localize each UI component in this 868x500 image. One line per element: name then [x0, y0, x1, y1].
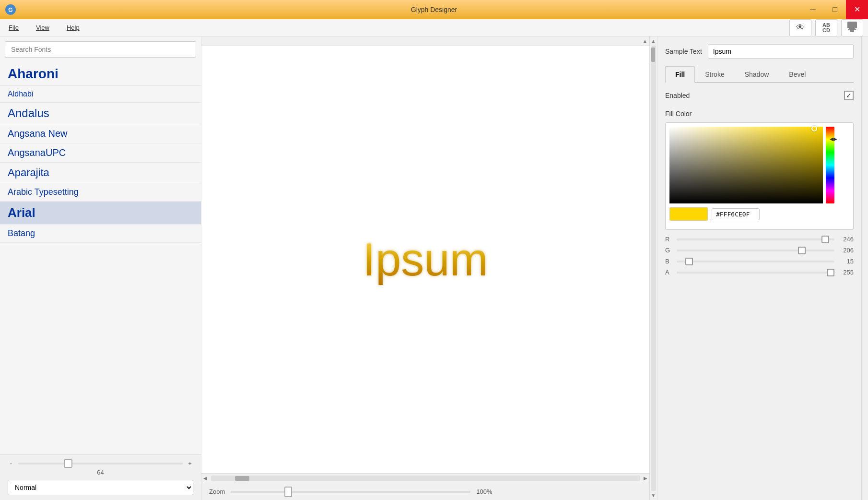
- gradient-cursor: [811, 126, 817, 131]
- canvas-scroll-top: ▲: [201, 36, 649, 46]
- font-size-min-label: -: [8, 460, 14, 467]
- font-name-angsanaupc: AngsanaUPC: [8, 147, 66, 158]
- sample-text-row: Sample Text: [665, 44, 854, 59]
- b-slider[interactable]: [677, 261, 834, 262]
- b-value: 15: [838, 258, 854, 265]
- font-name-arabic-typesetting: Arabic Typesetting: [8, 187, 79, 197]
- ab-cd-icon: ABCD: [822, 23, 830, 33]
- menu-help[interactable]: Help: [63, 22, 83, 33]
- color-hue-bar[interactable]: ◀▶: [826, 127, 834, 203]
- font-size-max-label: +: [187, 460, 193, 467]
- svg-marker-4: [847, 28, 857, 30]
- scroll-right-arrow-icon[interactable]: ▶: [642, 476, 649, 481]
- font-item-aldhabi[interactable]: Aldhabi: [0, 86, 201, 103]
- color-hex-input[interactable]: [712, 208, 760, 220]
- font-item-angsana-new[interactable]: Angsana New: [0, 124, 201, 143]
- tab-fill[interactable]: Fill: [665, 66, 695, 83]
- font-item-aharoni[interactable]: Aharoni: [0, 62, 201, 86]
- font-item-andalus[interactable]: Andalus: [0, 103, 201, 124]
- app-icon: G: [5, 4, 16, 15]
- user-icon: [845, 20, 859, 36]
- zoom-percent: 100%: [476, 488, 492, 495]
- font-name-aharoni: Aharoni: [8, 66, 59, 81]
- canvas-column: ▲ Ipsum ◀ ▶ Zoom 100%: [201, 36, 649, 500]
- canvas-hscrollbar[interactable]: [211, 476, 640, 481]
- svg-rect-2: [847, 22, 857, 28]
- font-style-dropdown[interactable]: Normal Bold Italic Bold Italic: [8, 480, 193, 495]
- a-slider[interactable]: [677, 272, 834, 274]
- r-slider[interactable]: [677, 238, 834, 240]
- menu-bar: File View Help 👁 ABCD: [0, 19, 868, 36]
- tab-shadow[interactable]: Shadow: [735, 66, 779, 82]
- right-panel-scrollbar[interactable]: [861, 36, 868, 500]
- canvas-vscrollbar: ▲ ▼: [649, 36, 657, 500]
- g-value: 206: [838, 247, 854, 254]
- title-bar-left: G: [5, 4, 16, 15]
- user-button[interactable]: [841, 19, 863, 36]
- tab-bevel[interactable]: Bevel: [779, 66, 816, 82]
- right-panel-scroll: Sample Text Fill Stroke Shadow Bevel: [657, 36, 861, 500]
- g-row: G 206: [665, 247, 854, 254]
- menu-view[interactable]: View: [32, 22, 53, 33]
- scroll-up-arrow-icon[interactable]: ▲: [643, 38, 647, 44]
- hue-arrow-icon: ◀▶: [830, 136, 837, 142]
- zoom-bar: Zoom 100%: [201, 483, 649, 500]
- title-bar: G Glyph Designer ─ □ ✕: [0, 0, 868, 19]
- minimize-button[interactable]: ─: [802, 0, 824, 19]
- font-item-arabic-typesetting[interactable]: Arabic Typesetting: [0, 183, 201, 202]
- b-row: B 15: [665, 258, 854, 265]
- font-size-slider-row: - +: [8, 460, 193, 467]
- a-value: 255: [838, 269, 854, 276]
- menu-toolbar: 👁 ABCD: [789, 19, 863, 36]
- b-label: B: [665, 258, 673, 265]
- font-item-batang[interactable]: Batang: [0, 225, 201, 243]
- text-display-button[interactable]: ABCD: [815, 19, 837, 36]
- close-button[interactable]: ✕: [846, 0, 868, 19]
- enabled-checkbox[interactable]: ✓: [844, 91, 854, 100]
- color-picker-top: ◀▶: [669, 127, 849, 203]
- canvas-main[interactable]: Ipsum: [201, 46, 649, 473]
- canvas-vscroll-track[interactable]: [651, 46, 656, 491]
- g-slider[interactable]: [677, 250, 834, 251]
- a-label: A: [665, 269, 673, 276]
- enabled-label: Enabled: [665, 92, 690, 99]
- font-name-batang: Batang: [8, 228, 35, 238]
- canvas-text: Ipsum: [363, 233, 488, 286]
- fill-color-label: Fill Color: [665, 110, 854, 118]
- maximize-button[interactable]: □: [824, 0, 846, 19]
- font-size-slider[interactable]: [18, 463, 183, 464]
- font-item-aparajita[interactable]: Aparajita: [0, 163, 201, 183]
- window-title: Glyph Designer: [411, 6, 457, 13]
- font-item-arial[interactable]: Arial: [0, 202, 201, 225]
- scroll-left-arrow-icon[interactable]: ◀: [201, 476, 209, 481]
- menu-file[interactable]: File: [5, 22, 23, 33]
- font-item-angsanaupc[interactable]: AngsanaUPC: [0, 143, 201, 163]
- font-name-aparajita: Aparajita: [8, 167, 49, 179]
- color-picker-area: ◀▶: [665, 122, 854, 230]
- enabled-row: Enabled ✓: [665, 91, 854, 100]
- color-preview-row: [669, 207, 849, 221]
- canvas-vscroll-thumb: [651, 48, 655, 62]
- color-gradient-box[interactable]: [669, 127, 823, 203]
- font-list: Aharoni Aldhabi Andalus Angsana New Angs…: [0, 62, 201, 454]
- scroll-up-icon[interactable]: ▲: [651, 38, 656, 44]
- font-size-area: - + 64 Normal Bold Italic Bold Italic: [0, 454, 201, 500]
- tab-stroke[interactable]: Stroke: [695, 66, 734, 82]
- sample-text-input[interactable]: [708, 44, 854, 59]
- svg-text:G: G: [8, 7, 12, 13]
- search-input[interactable]: [5, 41, 196, 58]
- font-size-value: 64: [8, 469, 193, 476]
- preview-button[interactable]: 👁: [789, 19, 811, 36]
- sample-text-label: Sample Text: [665, 48, 702, 55]
- font-name-andalus: Andalus: [8, 107, 49, 119]
- zoom-slider[interactable]: [231, 491, 470, 493]
- font-name-angsana-new: Angsana New: [8, 128, 68, 139]
- a-row: A 255: [665, 269, 854, 276]
- g-label: G: [665, 247, 673, 254]
- left-panel: Aharoni Aldhabi Andalus Angsana New Angs…: [0, 36, 201, 500]
- tabs-row: Fill Stroke Shadow Bevel: [665, 66, 854, 83]
- scroll-down-icon[interactable]: ▼: [651, 493, 656, 498]
- r-label: R: [665, 236, 673, 243]
- eye-icon: 👁: [796, 23, 805, 33]
- window-controls: ─ □ ✕: [802, 0, 868, 19]
